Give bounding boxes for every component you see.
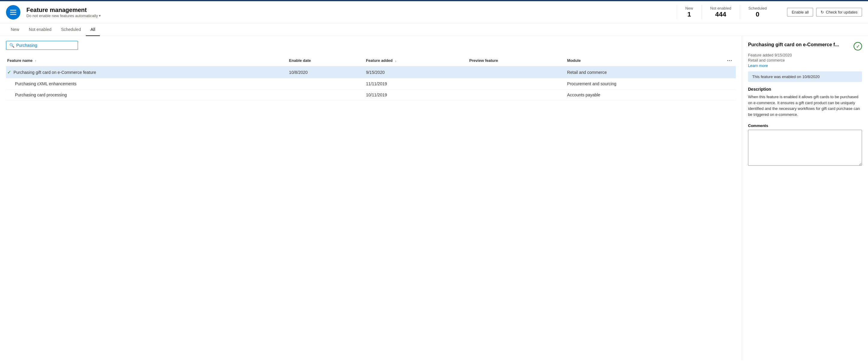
detail-title: Purchasing gift card on e-Commerce f...	[748, 42, 850, 48]
svg-rect-2	[10, 14, 17, 15]
sort-icon-name: ↑	[35, 59, 37, 62]
refresh-icon: ↻	[820, 10, 824, 15]
cell-module: Procurement and sourcing	[567, 78, 727, 89]
cell-feature-added: 9/15/2020	[366, 66, 469, 78]
col-preview: Preview feature	[469, 55, 567, 66]
feature-name-text: Purchasing card processing	[15, 92, 67, 97]
col-module: Module	[567, 55, 727, 66]
description-label: Description	[748, 87, 862, 91]
left-panel: 🔍 Feature name ↑ Enable date Feature add…	[0, 36, 742, 360]
search-input[interactable]	[16, 43, 70, 48]
menu-icon	[9, 8, 18, 17]
stat-new-label: New	[685, 6, 693, 10]
cell-preview	[469, 78, 567, 89]
stat-not-enabled-value: 444	[710, 10, 731, 18]
check-updates-label: Check for updates	[826, 10, 858, 15]
table-header-row: Feature name ↑ Enable date Feature added…	[6, 55, 736, 66]
svg-rect-0	[10, 9, 17, 10]
stat-scheduled-label: Scheduled	[748, 6, 767, 10]
comments-label: Comments	[748, 123, 862, 128]
detail-enabled-check-icon: ✓	[854, 42, 862, 51]
subtitle-text: Do not enable new features automatically	[26, 13, 98, 18]
cell-feature-added: 11/11/2019	[366, 78, 469, 89]
detail-description: When this feature is enabled it allows g…	[748, 94, 862, 117]
tab-not-enabled[interactable]: Not enabled	[24, 23, 56, 36]
subtitle-dropdown[interactable]: Do not enable new features automatically…	[26, 13, 671, 18]
stats-block: New 1 Not enabled 444 Scheduled 0	[677, 5, 775, 20]
table-row[interactable]: Purchasing card processing10/11/2019Acco…	[6, 89, 736, 101]
sort-icon-added: ↓	[395, 59, 397, 62]
learn-more-link[interactable]: Learn more	[748, 63, 768, 68]
more-icon-header[interactable]: ⋯	[727, 57, 732, 63]
table-row[interactable]: ✓Purchasing gift card on e-Commerce feat…	[6, 66, 736, 78]
stat-new: New 1	[677, 5, 702, 20]
cell-preview	[469, 89, 567, 101]
col-enable-date: Enable date	[289, 55, 366, 66]
feature-table: Feature name ↑ Enable date Feature added…	[6, 55, 736, 101]
detail-module: Retail and commerce	[748, 58, 862, 62]
main-layout: 🔍 Feature name ↑ Enable date Feature add…	[0, 36, 868, 360]
stat-new-value: 1	[685, 10, 693, 18]
cell-enable-date: 10/8/2020	[289, 66, 366, 78]
cell-row-actions	[727, 89, 736, 101]
tab-scheduled[interactable]: Scheduled	[56, 23, 86, 36]
cell-feature-added: 10/11/2019	[366, 89, 469, 101]
chevron-down-icon: ▾	[99, 14, 101, 18]
tab-new[interactable]: New	[6, 23, 24, 36]
right-panel: Purchasing gift card on e-Commerce f... …	[742, 36, 868, 360]
cell-preview	[469, 66, 567, 78]
enable-all-label: Enable all	[792, 10, 809, 15]
cell-module: Accounts payable	[567, 89, 727, 101]
stat-scheduled-value: 0	[748, 10, 767, 18]
check-updates-button[interactable]: ↻ Check for updates	[816, 8, 862, 17]
nav-tabs: New Not enabled Scheduled All	[0, 23, 868, 36]
enabled-banner: This feature was enabled on 10/8/2020	[748, 72, 862, 82]
enabled-check-icon: ✓	[7, 69, 11, 75]
table-row[interactable]: Purchasing cXML enhancements11/11/2019Pr…	[6, 78, 736, 89]
feature-name-text: Purchasing gift card on e-Commerce featu…	[13, 70, 96, 75]
header-actions: Enable all ↻ Check for updates	[787, 8, 862, 17]
cell-feature-name: Purchasing cXML enhancements	[6, 78, 289, 89]
app-logo	[6, 5, 21, 20]
search-icon: 🔍	[9, 43, 14, 48]
detail-header: Purchasing gift card on e-Commerce f... …	[748, 42, 862, 51]
cell-feature-name: Purchasing card processing	[6, 89, 289, 101]
col-feature-added[interactable]: Feature added ↓	[366, 55, 469, 66]
cell-module: Retail and commerce	[567, 66, 727, 78]
stat-not-enabled: Not enabled 444	[702, 5, 740, 20]
cell-enable-date	[289, 89, 366, 101]
col-feature-name[interactable]: Feature name ↑	[6, 55, 289, 66]
feature-name-text: Purchasing cXML enhancements	[15, 81, 76, 86]
stat-not-enabled-label: Not enabled	[710, 6, 731, 10]
title-block: Feature management Do not enable new fea…	[26, 7, 671, 18]
cell-enable-date	[289, 78, 366, 89]
svg-rect-1	[10, 12, 17, 12]
stat-scheduled: Scheduled 0	[740, 5, 775, 20]
enable-all-button[interactable]: Enable all	[787, 8, 813, 17]
cell-feature-name: ✓Purchasing gift card on e-Commerce feat…	[6, 66, 289, 78]
cell-row-actions	[727, 78, 736, 89]
col-actions: ⋯	[727, 55, 736, 66]
cell-row-actions	[727, 66, 736, 78]
comments-textarea[interactable]	[748, 130, 862, 166]
header: Feature management Do not enable new fea…	[0, 1, 868, 23]
search-bar[interactable]: 🔍	[6, 41, 78, 50]
detail-feature-added: Feature added 9/15/2020	[748, 53, 862, 57]
tab-all[interactable]: All	[86, 23, 100, 36]
page-title: Feature management	[26, 7, 671, 13]
